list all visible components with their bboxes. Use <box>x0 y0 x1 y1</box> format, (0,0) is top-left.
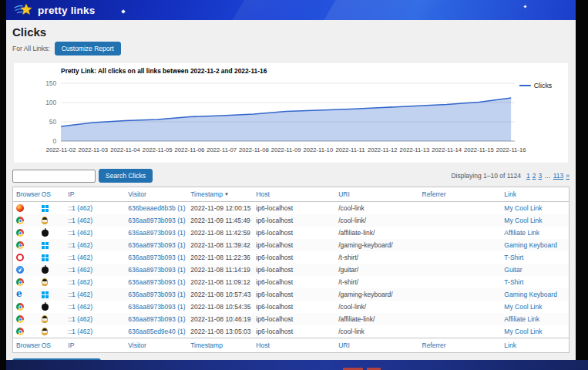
search-clicks-button[interactable]: Search Clicks <box>99 169 153 183</box>
linux-os-icon <box>42 278 48 286</box>
column-header-ip[interactable]: IP <box>65 187 125 202</box>
ip-link[interactable]: ::1 (462) <box>68 254 92 261</box>
timestamp-cell: 2022-11-08 11:22:36 <box>187 251 253 264</box>
pretty-link-link[interactable]: My Cool Link <box>504 303 542 311</box>
ip-link[interactable]: ::1 (462) <box>68 278 92 286</box>
timestamp-cell: 2022-11-09 12:00:15 <box>187 202 253 215</box>
visitor-cell: 636aa85ed9e40 (1) <box>125 325 187 338</box>
column-header-visitor[interactable]: Visitor <box>125 187 187 202</box>
referrer-cell <box>419 325 502 338</box>
host-cell: ip6-localhost <box>253 239 335 251</box>
table-row: ::1 (462)636aa85ed9e40 (1)2022-11-08 13:… <box>13 325 570 338</box>
page-link-2[interactable]: 2 <box>533 172 536 180</box>
ip-link[interactable]: ::1 (462) <box>68 241 92 249</box>
legend-label: Clicks <box>534 82 553 89</box>
page-link-3[interactable]: 3 <box>538 172 542 180</box>
os-cell <box>39 239 66 251</box>
visitor-link[interactable]: 636aa8973b093 (1) <box>128 254 185 261</box>
column-header-timestamp[interactable]: Timestamp▼ <box>187 187 253 202</box>
host-cell: ip6-localhost <box>253 264 335 276</box>
ip-link[interactable]: ::1 (462) <box>68 217 92 224</box>
column-header-referrer[interactable]: Referrer <box>419 187 502 202</box>
sparkle-icon <box>523 5 526 8</box>
visitor-link[interactable]: 636aa8973b093 (1) <box>128 278 185 286</box>
page-link-113[interactable]: 113 <box>553 172 564 180</box>
windows-os-icon <box>42 254 49 261</box>
ip-cell: ::1 (462) <box>65 325 125 338</box>
uri-cell: /gaming-keyboard/ <box>335 239 418 251</box>
column-header-timestamp[interactable]: Timestamp <box>187 338 253 353</box>
column-header-uri[interactable]: URI <box>335 187 418 202</box>
column-header-host[interactable]: Host <box>253 187 335 202</box>
chrome-browser-icon <box>16 315 24 323</box>
visitor-link[interactable]: 636aa8973b093 (1) <box>128 217 185 224</box>
logo-text: pretty links <box>38 5 95 16</box>
column-header-link[interactable]: Link <box>501 338 569 353</box>
visitor-cell: 636aa8973b093 (1) <box>125 301 187 313</box>
link-cell: Affiliate Link <box>501 227 569 239</box>
ip-link[interactable]: ::1 (462) <box>68 328 92 335</box>
next-page-link[interactable]: » <box>566 172 570 180</box>
ip-link[interactable]: ::1 (462) <box>68 291 92 298</box>
timestamp-cell: 2022-11-08 10:54:35 <box>187 301 253 313</box>
link-cell: Gaming Keyboard <box>501 239 569 251</box>
column-header-uri[interactable]: URI <box>335 338 418 353</box>
ip-cell: ::1 (462) <box>65 214 125 227</box>
pretty-link-link[interactable]: T-Shirt <box>504 254 523 261</box>
pretty-link-link[interactable]: Gaming Keyboard <box>504 291 557 298</box>
page-link-1[interactable]: 1 <box>526 172 530 180</box>
referrer-cell <box>419 251 502 264</box>
column-header-browser[interactable]: Browser <box>13 338 39 353</box>
uri-cell: /t-shirt/ <box>335 251 418 264</box>
pretty-link-link[interactable]: Affiliate Link <box>504 229 539 237</box>
visitor-link[interactable]: 636aa8973b093 (1) <box>128 315 185 323</box>
x-tick-label: 2022-11-06 <box>175 146 205 153</box>
visitor-cell: 636aa8973b093 (1) <box>125 276 187 288</box>
column-header-visitor[interactable]: Visitor <box>125 338 187 353</box>
ip-link[interactable]: ::1 (462) <box>68 266 92 274</box>
column-header-host[interactable]: Host <box>253 338 335 353</box>
sort-desc-icon: ▼ <box>224 192 229 197</box>
pretty-link-link[interactable]: My Cool Link <box>504 328 542 335</box>
visitor-link[interactable]: 636aa8973b093 (1) <box>128 266 185 274</box>
browser-cell <box>13 202 39 215</box>
visitor-link[interactable]: 636beaaed8b3b (1) <box>128 204 185 212</box>
visitor-link[interactable]: 636aa85ed9e40 (1) <box>128 328 185 335</box>
table-row: ::1 (462)636aa8973b093 (1)2022-11-08 10:… <box>13 301 570 313</box>
pretty-link-link[interactable]: My Cool Link <box>504 204 542 212</box>
visitor-link[interactable]: 636aa8973b093 (1) <box>128 241 185 249</box>
os-cell <box>39 251 66 264</box>
pretty-link-link[interactable]: Guitar <box>504 266 522 274</box>
customize-report-button[interactable]: Customize Report <box>55 42 121 56</box>
browser-cell <box>13 276 39 288</box>
column-header-ip[interactable]: IP <box>65 338 125 353</box>
timestamp-cell: 2022-11-08 11:42:59 <box>187 227 253 239</box>
ip-link[interactable]: ::1 (462) <box>68 315 92 323</box>
column-header-os[interactable]: OS <box>39 338 66 353</box>
browser-cell <box>13 301 39 313</box>
ip-cell: ::1 (462) <box>65 313 125 325</box>
column-header-referrer[interactable]: Referrer <box>419 338 502 353</box>
column-header-browser[interactable]: Browser <box>13 187 39 202</box>
visitor-link[interactable]: 636aa8973b093 (1) <box>128 229 185 237</box>
ip-link[interactable]: ::1 (462) <box>68 303 92 311</box>
visitor-link[interactable]: 636aa8973b093 (1) <box>128 303 185 311</box>
clicks-table-body: ::1 (462)636beaaed8b3b (1)2022-11-09 12:… <box>13 202 570 338</box>
pretty-link-link[interactable]: T-Shirt <box>504 278 523 286</box>
browser-cell <box>13 325 39 338</box>
x-tick-label: 2022-11-05 <box>143 146 173 153</box>
column-header-os[interactable]: OS <box>39 187 66 202</box>
ip-link[interactable]: ::1 (462) <box>68 204 92 212</box>
search-input[interactable] <box>12 170 96 183</box>
link-cell: Guitar <box>501 264 569 276</box>
pretty-link-link[interactable]: My Cool Link <box>504 217 542 224</box>
table-row: ::1 (462)636aa8973b093 (1)2022-11-09 11:… <box>13 214 570 227</box>
column-header-link[interactable]: Link <box>501 187 569 202</box>
ip-link[interactable]: ::1 (462) <box>68 229 92 237</box>
visitor-link[interactable]: 636aa8973b093 (1) <box>128 291 185 298</box>
main-content: Clicks For All Links: Customize Report 0… <box>6 25 576 370</box>
app-header: pretty links <box>6 0 576 20</box>
pretty-link-link[interactable]: Affiliate Link <box>504 315 539 323</box>
pretty-link-link[interactable]: Gaming Keyboard <box>504 241 557 249</box>
host-cell: ip6-localhost <box>253 301 335 313</box>
